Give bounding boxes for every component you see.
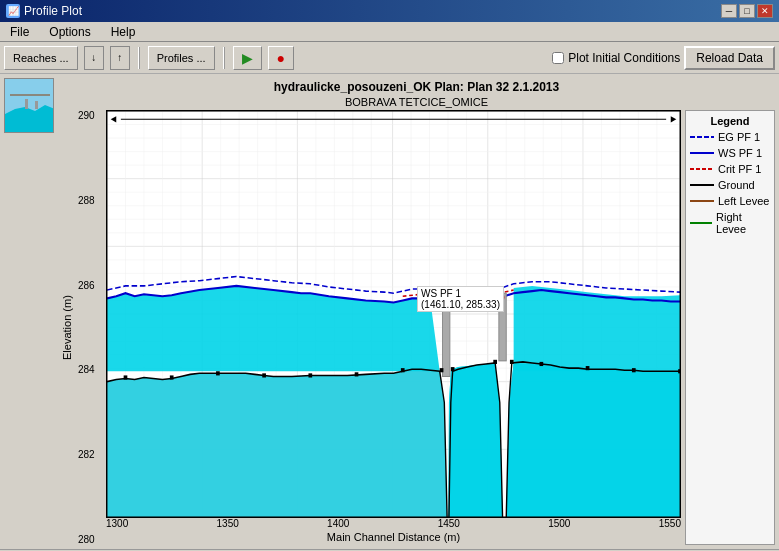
- menu-help[interactable]: Help: [105, 23, 142, 41]
- svg-rect-71: [262, 373, 266, 377]
- legend-title: Legend: [690, 115, 770, 127]
- up-arrow-button[interactable]: ↑: [110, 46, 130, 70]
- chart-and-legend: WS PF 1 (1461.10, 285.33) 1300 1350 1400…: [106, 110, 775, 545]
- legend-item-eg: EG PF 1: [690, 131, 770, 143]
- x-tick-1500: 1500: [548, 518, 570, 529]
- svg-marker-65: [514, 286, 680, 371]
- svg-rect-2: [10, 94, 50, 96]
- reload-data-button[interactable]: Reload Data: [684, 46, 775, 70]
- svg-rect-78: [510, 360, 514, 364]
- svg-rect-76: [451, 367, 455, 371]
- legend-box: Legend EG PF 1 WS PF 1 Crit PF 1: [685, 110, 775, 545]
- y-axis-label: Elevation (m): [58, 110, 76, 545]
- svg-rect-74: [401, 368, 405, 372]
- y-tick-282: 282: [78, 449, 104, 460]
- toolbar: Reaches ... ↓ ↑ Profiles ... ▶ ● Plot In…: [0, 42, 779, 74]
- chart-plot[interactable]: WS PF 1 (1461.10, 285.33): [106, 110, 681, 518]
- menu-file[interactable]: File: [4, 23, 35, 41]
- svg-rect-75: [440, 368, 444, 372]
- svg-rect-69: [170, 375, 174, 379]
- legend-item-ground: Ground: [690, 179, 770, 191]
- legend-label-eg: EG PF 1: [718, 131, 760, 143]
- chart-container: Elevation (m) 290 288 286 284 282 280: [58, 110, 775, 545]
- legend-item-left-levee: Left Levee: [690, 195, 770, 207]
- maximize-button[interactable]: □: [739, 4, 755, 18]
- toolbar-separator-2: [223, 47, 225, 69]
- legend-label-crit: Crit PF 1: [718, 163, 761, 175]
- close-button[interactable]: ✕: [757, 4, 773, 18]
- y-axis-ticks: 290 288 286 284 282 280: [76, 110, 106, 545]
- svg-rect-72: [308, 373, 312, 377]
- svg-rect-66: [442, 293, 449, 376]
- plot-initial-conditions-label: Plot Initial Conditions: [568, 51, 680, 65]
- svg-rect-4: [35, 101, 38, 109]
- menu-options[interactable]: Options: [43, 23, 96, 41]
- x-tick-1450: 1450: [438, 518, 460, 529]
- svg-rect-77: [493, 360, 497, 364]
- toolbar-separator-1: [138, 47, 140, 69]
- x-tick-1550: 1550: [659, 518, 681, 529]
- title-bar: 📈 Profile Plot ─ □ ✕: [0, 0, 779, 22]
- chart-title: hydraulicke_posouzeni_OK Plan: Plan 32 2…: [58, 78, 775, 96]
- title-bar-title: Profile Plot: [24, 4, 82, 18]
- svg-rect-79: [540, 362, 544, 366]
- legend-item-crit: Crit PF 1: [690, 163, 770, 175]
- svg-rect-68: [124, 375, 128, 379]
- svg-rect-80: [586, 366, 590, 370]
- x-axis-label: Main Channel Distance (m): [106, 529, 681, 545]
- x-axis-ticks: 1300 1350 1400 1450 1500 1550: [106, 518, 681, 529]
- legend-item-ws: WS PF 1: [690, 147, 770, 159]
- x-tick-1300: 1300: [106, 518, 128, 529]
- svg-rect-73: [355, 372, 359, 376]
- x-tick-1350: 1350: [217, 518, 239, 529]
- plot-initial-conditions-checkbox[interactable]: [552, 52, 564, 64]
- y-tick-284: 284: [78, 364, 104, 375]
- main-area: hydraulicke_posouzeni_OK Plan: Plan 32 2…: [0, 74, 779, 549]
- menu-bar: File Options Help: [0, 22, 779, 42]
- svg-rect-3: [25, 99, 28, 109]
- legend-item-right-levee: Right Levee: [690, 211, 770, 235]
- plot-area-wrapper: hydraulicke_posouzeni_OK Plan: Plan 32 2…: [58, 78, 775, 545]
- legend-label-right-levee: Right Levee: [716, 211, 770, 235]
- svg-rect-81: [632, 368, 636, 372]
- profiles-button[interactable]: Profiles ...: [148, 46, 215, 70]
- app-icon: 📈: [6, 4, 20, 18]
- y-tick-286: 286: [78, 280, 104, 291]
- play-button[interactable]: ▶: [233, 46, 262, 70]
- legend-label-ws: WS PF 1: [718, 147, 762, 159]
- y-tick-290: 290: [78, 110, 104, 121]
- y-tick-288: 288: [78, 195, 104, 206]
- x-tick-1400: 1400: [327, 518, 349, 529]
- legend-label-left-levee: Left Levee: [718, 195, 769, 207]
- svg-marker-62: [449, 363, 680, 517]
- chart-subtitle: BOBRAVA TETCICE_OMICE: [58, 96, 775, 110]
- legend-label-ground: Ground: [718, 179, 755, 191]
- record-button[interactable]: ●: [268, 46, 294, 70]
- down-arrow-button[interactable]: ↓: [84, 46, 104, 70]
- y-tick-280: 280: [78, 534, 104, 545]
- minimap: [4, 78, 54, 133]
- svg-marker-63: [107, 369, 447, 517]
- svg-rect-70: [216, 371, 220, 375]
- minimize-button[interactable]: ─: [721, 4, 737, 18]
- reaches-button[interactable]: Reaches ...: [4, 46, 78, 70]
